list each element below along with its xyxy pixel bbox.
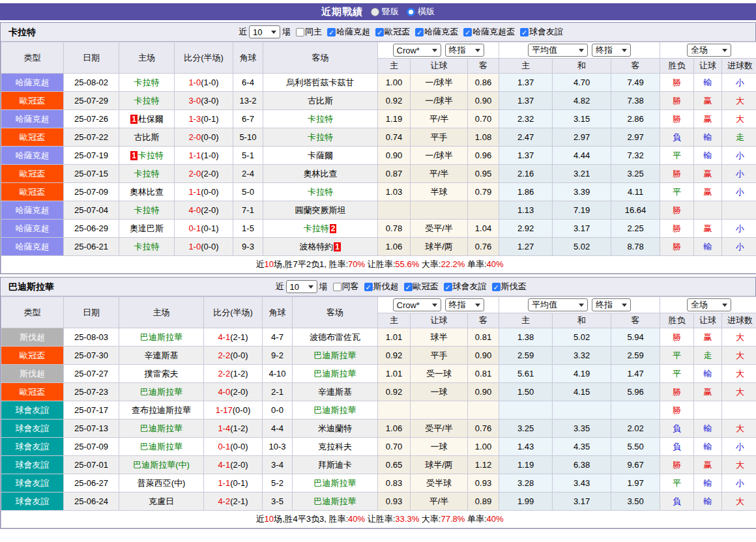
period-select[interactable]: 全场 xyxy=(687,44,731,57)
match-row: 歐冠盃25-07-09奧林比查1-1(0-0)5-0卡拉特1.03半球0.791… xyxy=(1,183,756,201)
goals-result-cell: 大 xyxy=(722,347,756,365)
avg-draw-cell: 5.02 xyxy=(553,238,611,256)
summary-text: 近 xyxy=(255,259,264,269)
layout-radio-horizontal[interactable]: 橫版 xyxy=(407,6,435,18)
recent-count-select[interactable]: 10 xyxy=(286,280,317,293)
team-name-text: 卡拉特 xyxy=(134,78,160,87)
handicap-result-cell: 赢 xyxy=(694,383,722,401)
home-team-cell: 卡拉特 xyxy=(119,92,175,110)
layout-radio-vertical[interactable]: 豎版 xyxy=(371,6,399,18)
fulltime-score: 4-2 xyxy=(218,496,230,506)
goals-result-cell: 小 xyxy=(722,238,756,256)
odds-home-cell: 1.06 xyxy=(378,238,411,256)
odds-home-cell: 0.78 xyxy=(378,220,411,238)
final-odds-select[interactable]: 终指 xyxy=(445,44,484,57)
away-team-cell: 米迪蘭特 xyxy=(293,420,378,438)
chevron-down-icon xyxy=(579,304,584,307)
goals-result-cell: 小 xyxy=(722,74,756,92)
sub-header-avg-draw: 和 xyxy=(553,59,611,74)
avg-odds-select[interactable]: 平均值 xyxy=(528,298,588,311)
handicap-result-cell: 輸 xyxy=(694,420,722,438)
goals-result-cell: 大 xyxy=(722,492,756,511)
avg-draw-cell: 4.82 xyxy=(553,92,611,110)
league-filter-label: 哈薩克超 xyxy=(336,26,370,38)
summary-text: 单率: xyxy=(465,259,486,269)
league-filter-checkbox[interactable]: ✓球會友誼 xyxy=(520,26,563,38)
avg-away-cell: 2.02 xyxy=(611,420,660,438)
fulltime-score: 2-2 xyxy=(218,369,230,378)
date-cell: 25-07-04 xyxy=(64,201,119,220)
team-name-text: 卡拉特 xyxy=(304,223,329,233)
summary-stat-value: 40% xyxy=(487,259,504,269)
home-team-cell: 查布拉迪斯拉華 xyxy=(119,401,204,420)
home-team-cell: 1卡拉特 xyxy=(119,147,175,165)
halftime-score: (1-2) xyxy=(230,369,248,378)
halftime-score: (2-0) xyxy=(201,169,218,178)
team-name-text: 克盧日 xyxy=(149,496,174,506)
date-cell: 25-07-27 xyxy=(64,365,119,383)
same-venue-filter[interactable]: 同主 xyxy=(296,26,322,38)
red-card-badge: 1 xyxy=(334,242,341,251)
league-filter-checkbox[interactable]: ✓哈薩克超 xyxy=(327,26,370,38)
summary-stat-value: 40% xyxy=(348,514,365,524)
halftime-score: (0-1) xyxy=(230,478,248,488)
goals-result-cell: 大 xyxy=(722,328,756,347)
sub-header-handicap: 让球 xyxy=(411,313,468,328)
avg-draw-cell: 6.38 xyxy=(553,456,611,474)
avg-home-cell: 1.50 xyxy=(499,383,553,401)
team-name-text: 巴迪斯拉華 xyxy=(140,442,182,451)
league-filter-checkbox[interactable]: ✓歐冠盃 xyxy=(375,26,410,38)
chevron-down-icon xyxy=(722,304,727,307)
date-cell: 25-08-02 xyxy=(64,74,119,92)
halftime-score: (2-1) xyxy=(230,496,248,506)
avg-home-cell: 3.28 xyxy=(499,474,553,492)
league-filter-checkbox[interactable]: ✓哈薩克盃 xyxy=(415,26,458,38)
recent-count-select[interactable]: 10 xyxy=(249,25,280,38)
halftime-score: (0-0) xyxy=(230,442,248,451)
sub-header-avg-away: 客 xyxy=(611,313,660,328)
odds-away-cell: 0.76 xyxy=(468,238,499,256)
checkbox-checked-icon: ✓ xyxy=(327,28,336,36)
odds-source-select[interactable]: Crow* xyxy=(393,298,441,311)
handicap-result-cell: 赢 xyxy=(694,456,722,474)
odds-source-select[interactable]: Crow* xyxy=(393,44,441,57)
league-cell: 歐冠盃 xyxy=(1,165,64,183)
avg-away-cell: 5.94 xyxy=(611,328,660,347)
league-filter-checkbox[interactable]: ✓斯伐盃 xyxy=(492,281,527,292)
avg-home-cell: 1.19 xyxy=(499,456,553,474)
page-title: 近期戰績 xyxy=(321,6,363,18)
result-group-header: 全场 xyxy=(660,297,756,313)
same-venue-label: 同主 xyxy=(305,26,322,38)
odds-away-cell: 0.90 xyxy=(468,92,499,110)
team-header-bar: 巴迪斯拉華 近10場同客✓斯伐超✓歐冠盃✓球會友誼✓斯伐盃 xyxy=(1,278,755,296)
score-cell: 4-0(2-0) xyxy=(204,383,263,401)
league-filter-checkbox[interactable]: ✓歐冠盃 xyxy=(404,281,439,292)
date-cell: 25-06-27 xyxy=(64,474,119,492)
col-header-date: 日期 xyxy=(64,42,119,74)
final-odds-select[interactable]: 终指 xyxy=(592,298,631,311)
halftime-score: (2-0) xyxy=(230,460,248,470)
league-filter-checkbox[interactable]: ✓哈薩克超盃 xyxy=(463,26,515,38)
final-odds-select[interactable]: 终指 xyxy=(445,298,484,311)
handicap-result-cell: 赢 xyxy=(694,165,722,183)
odds-handicap-cell: 受一球 xyxy=(411,365,468,383)
odds-home-cell: 0.92 xyxy=(378,347,411,365)
final-odds-select[interactable]: 终指 xyxy=(592,44,631,57)
score-cell: 0-1(0-0) xyxy=(204,438,263,456)
odds-away-cell: 1.12 xyxy=(468,456,499,474)
league-filter-checkbox[interactable]: ✓斯伐超 xyxy=(364,281,399,292)
avg-odds-select[interactable]: 平均值 xyxy=(528,44,588,57)
match-row: 歐冠盃25-07-15卡拉特2-0(2-0)2-4奧林比查0.87平/半0.95… xyxy=(1,165,756,183)
goals-result-cell: 大 xyxy=(722,383,756,401)
result-cell: 負 xyxy=(660,438,694,456)
avg-draw-cell: 4.19 xyxy=(553,365,611,383)
league-filter-checkbox[interactable]: ✓球會友誼 xyxy=(444,281,487,292)
team-name-text: 查布拉迪斯拉華 xyxy=(132,405,191,415)
same-venue-filter[interactable]: 同客 xyxy=(333,281,359,292)
away-team-cell: 巴迪斯拉華 xyxy=(293,401,378,420)
period-select[interactable]: 全场 xyxy=(687,298,731,311)
result-cell: 負 xyxy=(660,420,694,438)
goals-result-cell: 小 xyxy=(722,147,756,165)
odds-handicap-cell: 平/半 xyxy=(411,492,468,511)
match-row: 哈薩克超25-06-21卡拉特1-0(0-0)9-3波格特約11.06球半/两0… xyxy=(1,238,756,256)
